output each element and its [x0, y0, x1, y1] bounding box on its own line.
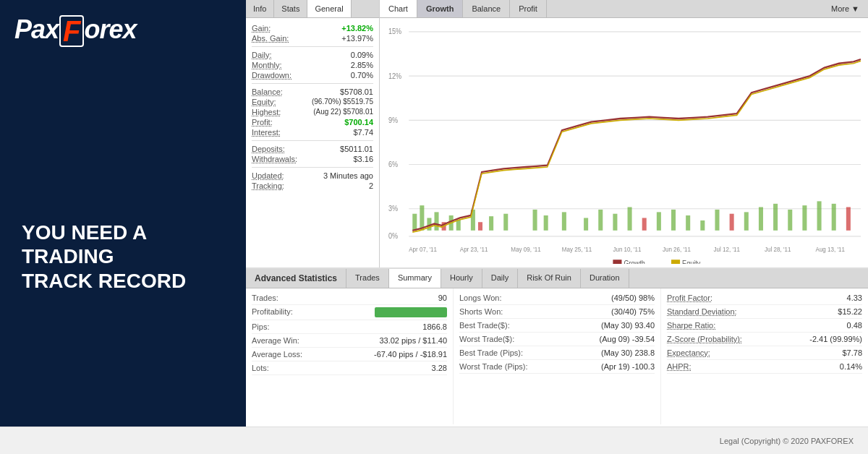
drawdown-label: Drawdown:	[252, 71, 292, 80]
tab-balance[interactable]: Balance	[463, 0, 510, 17]
deposits-value: $5011.01	[340, 145, 373, 153]
info-row-abs-gain: Abs. Gain: +13.97%	[252, 34, 373, 43]
stats-row-shorts-won: Shorts Won: (30/40) 75%	[459, 305, 655, 319]
tab-general[interactable]: General	[307, 0, 351, 17]
withdrawals-label: Withdrawals:	[252, 155, 297, 163]
updated-label: Updated:	[252, 171, 284, 180]
tab-profit[interactable]: Profit	[510, 0, 547, 17]
std-dev-label: Standard Deviation:	[667, 307, 737, 316]
shorts-won-label: Shorts Won:	[459, 307, 503, 316]
svg-rect-42	[817, 201, 822, 230]
balance-label: Balance:	[252, 87, 283, 96]
logo-pax: Pax	[14, 14, 59, 44]
stats-row-profit-factor: Profit Factor: 4.33	[667, 291, 862, 305]
equity-label: Equity:	[252, 98, 276, 106]
svg-rect-21	[489, 216, 493, 231]
tab-daily[interactable]: Daily	[482, 269, 518, 288]
info-panel: Info Stats General Gain: +13.82% Abs. Ga…	[246, 0, 380, 267]
logo-area: PaxForex	[14, 14, 137, 47]
best-trade-dollar-value: (May 30) 93.40	[601, 321, 655, 330]
footer: Legal (Copyright) © 2020 PAXFOREX	[0, 427, 868, 454]
tracking-label: Tracking:	[252, 181, 284, 190]
svg-text:Jun 10, '11: Jun 10, '11	[613, 245, 641, 253]
tab-info[interactable]: Info	[246, 0, 274, 17]
chart-tabs-row: Chart Growth Balance Profit More ▼	[380, 0, 868, 18]
svg-text:Growth: Growth	[624, 260, 645, 264]
svg-rect-26	[584, 218, 588, 230]
tab-advanced-stats[interactable]: Advanced Statistics	[246, 269, 346, 288]
zscore-value: -2.41 (99.99%)	[809, 335, 862, 343]
top-section: Info Stats General Gain: +13.82% Abs. Ga…	[246, 0, 868, 267]
stats-content: Trades: 90 Profitability: Pips: 1866.8	[246, 288, 868, 424]
stats-row-avg-loss: Average Loss: -67.40 pips / -$18.91	[252, 348, 447, 361]
tab-risk-of-ruin[interactable]: Risk Of Ruin	[518, 269, 581, 288]
monthly-value: 2.85%	[351, 61, 373, 69]
tab-stats[interactable]: Stats	[274, 0, 307, 17]
bottom-section: Advanced Statistics Trades Summary Hourl…	[246, 267, 868, 427]
best-trade-dollar-label: Best Trade($):	[459, 321, 510, 330]
avg-win-label: Average Win:	[252, 336, 299, 345]
tab-hourly[interactable]: Hourly	[441, 269, 482, 288]
svg-rect-33	[686, 215, 690, 231]
avg-loss-label: Average Loss:	[252, 350, 302, 359]
tab-chart[interactable]: Chart	[380, 0, 417, 17]
growth-chart: 15% 12% 9% 6% 3% 0%	[387, 22, 861, 264]
pips-label: Pips:	[252, 322, 269, 331]
info-row-interest: Interest: $7.74	[252, 128, 373, 137]
stats-row-worst-trade-dollar: Worst Trade($): (Aug 09) -39.54	[459, 333, 655, 346]
info-row-balance: Balance: $5708.01	[252, 87, 373, 96]
more-label: More	[831, 4, 849, 13]
svg-text:6%: 6%	[388, 160, 398, 168]
deposits-label: Deposits:	[252, 145, 285, 153]
profit-label: Profit:	[252, 118, 273, 127]
info-row-profit: Profit: $700.14	[252, 118, 373, 127]
tab-duration[interactable]: Duration	[581, 269, 629, 288]
svg-rect-25	[562, 212, 566, 230]
trades-value: 90	[438, 294, 447, 302]
svg-text:Apr 07, '11: Apr 07, '11	[409, 245, 437, 253]
svg-rect-31	[657, 212, 661, 230]
chevron-down-icon: ▼	[851, 4, 859, 13]
svg-text:Apr 23, '11: Apr 23, '11	[460, 245, 488, 253]
stats-row-trades: Trades: 90	[252, 291, 447, 305]
stats-col-2: Longs Won: (49/50) 98% Shorts Won: (30/4…	[454, 288, 661, 424]
svg-text:Jul 28, '11: Jul 28, '11	[765, 245, 791, 253]
profitability-label: Profitability:	[252, 307, 293, 317]
svg-rect-35	[715, 210, 719, 231]
gain-label: Gain:	[252, 24, 271, 33]
svg-text:15%: 15%	[388, 27, 401, 36]
abs-gain-label: Abs. Gain:	[252, 34, 289, 43]
svg-text:May 09, '11: May 09, '11	[511, 245, 541, 253]
info-content: Gain: +13.82% Abs. Gain: +13.97% Daily: …	[246, 18, 379, 197]
tab-summary[interactable]: Summary	[389, 269, 441, 288]
svg-text:3%: 3%	[388, 205, 398, 213]
avg-loss-value: -67.40 pips / -$18.91	[374, 350, 447, 359]
right-panel: Info Stats General Gain: +13.82% Abs. Ga…	[246, 0, 868, 427]
info-row-highest: Highest: (Aug 22) $5708.01	[252, 108, 373, 116]
svg-rect-39	[773, 204, 778, 231]
stats-row-ahpr: AHPR: 0.14%	[667, 360, 862, 374]
updated-value: 3 Minutes ago	[323, 171, 373, 180]
stats-col-1: Trades: 90 Profitability: Pips: 1866.8	[246, 288, 454, 424]
tab-trades[interactable]: Trades	[346, 269, 389, 288]
svg-rect-22	[503, 214, 508, 231]
svg-rect-37	[744, 212, 749, 230]
tab-growth[interactable]: Growth	[417, 0, 464, 17]
daily-value: 0.09%	[351, 51, 373, 59]
logo: PaxForex	[14, 14, 137, 47]
worst-trade-pips-value: (Apr 19) -100.3	[601, 362, 655, 371]
worst-trade-dollar-label: Worst Trade($):	[459, 335, 514, 343]
tracking-value: 2	[369, 181, 373, 190]
info-row-deposits: Deposits: $5011.01	[252, 145, 373, 153]
profitability-bar-container	[293, 307, 447, 317]
stats-col-3: Profit Factor: 4.33 Standard Deviation: …	[661, 288, 868, 424]
svg-rect-34	[700, 220, 705, 231]
std-dev-value: $15.22	[838, 307, 862, 316]
svg-rect-12	[412, 214, 417, 231]
shorts-won-value: (30/40) 75%	[611, 307, 655, 316]
daily-label: Daily:	[252, 51, 272, 59]
more-button[interactable]: More ▼	[822, 0, 868, 17]
longs-won-value: (49/50) 98%	[611, 294, 655, 302]
info-row-monthly: Monthly: 2.85%	[252, 61, 373, 69]
expectancy-value: $7.78	[842, 348, 862, 357]
